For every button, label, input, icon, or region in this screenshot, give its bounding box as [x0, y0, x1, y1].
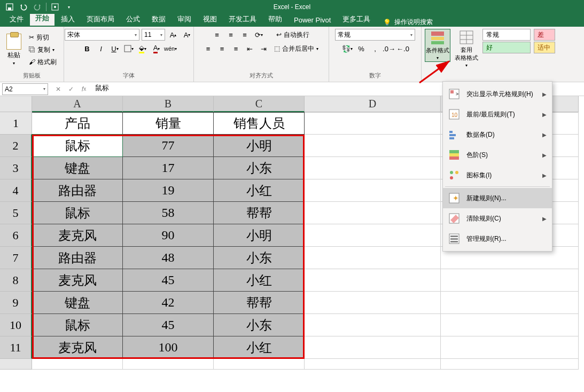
qat-customize-button[interactable]: ▾: [64, 2, 74, 12]
cell-E11[interactable]: [441, 336, 579, 359]
row-header[interactable]: 3: [0, 157, 32, 179]
row-header[interactable]: 5: [0, 202, 32, 224]
border-button[interactable]: ▾: [123, 43, 135, 54]
cell-D11[interactable]: [305, 336, 441, 359]
tab-view[interactable]: 视图: [198, 12, 222, 27]
cell-C6[interactable]: 小明: [214, 224, 305, 247]
decrease-font-button[interactable]: A▾: [181, 29, 193, 41]
cell-C4[interactable]: 小红: [214, 179, 305, 202]
cell-C11[interactable]: 小红: [214, 336, 305, 359]
cell-D5[interactable]: [305, 202, 441, 224]
row-header[interactable]: 9: [0, 292, 32, 314]
column-header-A[interactable]: A: [32, 96, 123, 112]
tab-file[interactable]: 文件: [4, 12, 29, 27]
style-neutral[interactable]: 适中: [534, 42, 555, 53]
row-header[interactable]: [0, 359, 32, 370]
cell[interactable]: [305, 359, 441, 370]
align-middle-button[interactable]: ≡: [225, 29, 237, 41]
number-format-combo[interactable]: 常规▾: [335, 29, 415, 41]
row-header[interactable]: 2: [0, 135, 32, 157]
menu-item-manage-rules[interactable]: 管理规则(R)...: [443, 229, 552, 249]
wrap-text-button[interactable]: ↩自动换行: [274, 29, 312, 41]
percent-button[interactable]: %: [355, 43, 367, 54]
cell-B11[interactable]: 100: [123, 336, 214, 359]
style-good[interactable]: 好: [482, 42, 531, 53]
enter-formula-button[interactable]: ✓: [65, 83, 77, 95]
row-header[interactable]: 1: [0, 112, 32, 135]
increase-decimal-button[interactable]: .0→: [383, 43, 395, 54]
increase-font-button[interactable]: A▴: [167, 29, 179, 41]
cell-A2[interactable]: 鼠标: [32, 135, 123, 157]
menu-item-top-bottom[interactable]: 10最前/最后规则(T)▶: [443, 104, 552, 124]
cell-B8[interactable]: 45: [123, 269, 214, 292]
accounting-format-button[interactable]: 💱▾: [341, 43, 353, 54]
cell-B6[interactable]: 90: [123, 224, 214, 247]
phonetic-button[interactable]: wén▾: [165, 43, 176, 54]
cell-D6[interactable]: [305, 224, 441, 247]
decrease-decimal-button[interactable]: ←.0: [397, 43, 409, 54]
redo-button[interactable]: [32, 2, 43, 12]
cell[interactable]: [32, 359, 123, 370]
cell-A5[interactable]: 鼠标: [32, 202, 123, 224]
italic-button[interactable]: I: [95, 43, 107, 54]
tab-developer[interactable]: 开发工具: [223, 12, 262, 27]
cell-D4[interactable]: [305, 179, 441, 202]
comma-button[interactable]: ,: [369, 43, 381, 54]
align-center-button[interactable]: ≡: [216, 43, 228, 54]
align-left-button[interactable]: ≡: [203, 43, 214, 54]
increase-indent-button[interactable]: ⇥: [258, 43, 270, 54]
conditional-format-button[interactable]: 条件格式 ▾: [425, 29, 450, 62]
menu-item-icon-sets[interactable]: 图标集(I)▶: [443, 165, 552, 185]
cell-A11[interactable]: 麦克风: [32, 336, 123, 359]
cell[interactable]: [123, 359, 214, 370]
tell-me-search[interactable]: 💡 操作说明搜索: [383, 18, 433, 27]
menu-item-highlight-cells[interactable]: >突出显示单元格规则(H)▶: [443, 84, 552, 104]
tab-data[interactable]: 数据: [146, 12, 171, 27]
cell-D7[interactable]: [305, 247, 441, 269]
tab-help[interactable]: 帮助: [263, 12, 287, 27]
cell-B4[interactable]: 19: [123, 179, 214, 202]
cell-C3[interactable]: 小东: [214, 157, 305, 179]
cut-button[interactable]: ✂剪切: [27, 32, 59, 43]
name-box[interactable]: A2▾: [2, 83, 48, 95]
tab-review[interactable]: 审阅: [172, 12, 197, 27]
cell-C7[interactable]: 小东: [214, 247, 305, 269]
row-header[interactable]: 4: [0, 179, 32, 202]
row-header[interactable]: 6: [0, 224, 32, 247]
row-header[interactable]: 10: [0, 314, 32, 336]
cell-D8[interactable]: [305, 269, 441, 292]
cell-A1[interactable]: 产品: [32, 112, 123, 135]
align-right-button[interactable]: ≡: [230, 43, 242, 54]
cell-E8[interactable]: [441, 269, 579, 292]
tab-more[interactable]: 更多工具: [337, 12, 376, 27]
merge-center-button[interactable]: ⬚合并后居中▾: [272, 43, 321, 54]
cell[interactable]: [214, 359, 305, 370]
column-header-C[interactable]: C: [214, 96, 305, 112]
undo-button[interactable]: [18, 2, 29, 12]
row-header[interactable]: 8: [0, 269, 32, 292]
tab-formulas[interactable]: 公式: [121, 12, 145, 27]
cell-A3[interactable]: 键盘: [32, 157, 123, 179]
font-size-combo[interactable]: 11▾: [142, 29, 165, 41]
style-normal[interactable]: 常规: [482, 29, 531, 41]
paste-button[interactable]: 粘贴 ▾: [3, 34, 25, 66]
row-header[interactable]: 7: [0, 247, 32, 269]
format-as-table-button[interactable]: 套用 表格格式 ▾: [454, 29, 479, 69]
fx-button[interactable]: fx: [78, 83, 90, 95]
cell-E10[interactable]: [441, 314, 579, 336]
cell-D10[interactable]: [305, 314, 441, 336]
select-all-corner[interactable]: [0, 96, 32, 112]
save-button[interactable]: [4, 2, 15, 12]
cell-styles-gallery-2[interactable]: 差 适中: [534, 29, 555, 53]
menu-item-new-rule[interactable]: ✦新建规则(N)...: [443, 188, 552, 208]
menu-item-color-scales[interactable]: 色阶(S)▶: [443, 145, 552, 165]
cell-C2[interactable]: 小明: [214, 135, 305, 157]
cell-D1[interactable]: [305, 112, 441, 135]
cell-C9[interactable]: 帮帮: [214, 292, 305, 314]
orientation-button[interactable]: ⟳▾: [253, 29, 264, 41]
cell-C8[interactable]: 小红: [214, 269, 305, 292]
align-top-button[interactable]: ≡: [211, 29, 223, 41]
cell-B10[interactable]: 45: [123, 314, 214, 336]
cell-A8[interactable]: 麦克风: [32, 269, 123, 292]
format-painter-button[interactable]: 🖌格式刷: [27, 57, 59, 68]
